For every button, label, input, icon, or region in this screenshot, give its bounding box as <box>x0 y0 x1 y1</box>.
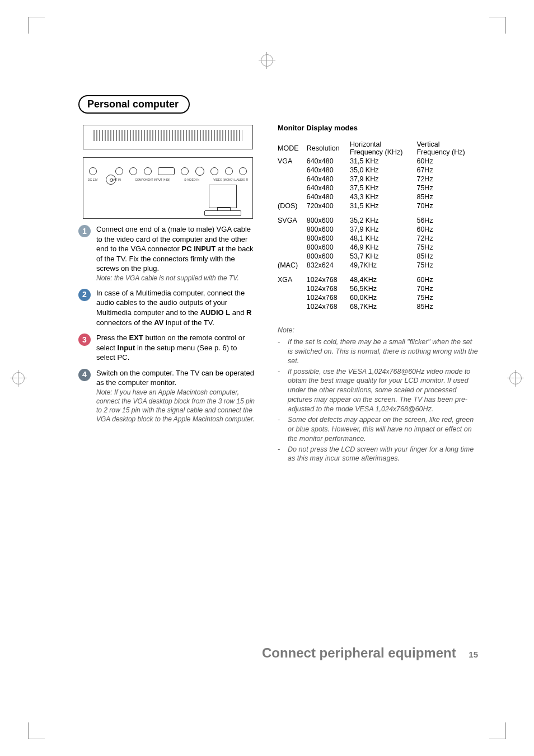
th-mode: MODE <box>278 140 307 157</box>
comp-label: COMPONENT INPUT (480i) <box>135 178 170 181</box>
step-body: Switch on the computer. The TV can be op… <box>96 368 257 424</box>
table-cell <box>278 192 307 201</box>
tv-back-diagram: DC 12V ANT IN COMPONENT INPUT (480i) S-V… <box>83 157 253 219</box>
table-cell: 85Hz <box>416 302 478 311</box>
dash-icon: - <box>278 445 283 464</box>
table-cell: 53,7 KHz <box>350 252 416 261</box>
table-cell: 48,1 KHz <box>350 234 416 243</box>
step-bold: Input <box>118 344 135 352</box>
step-body: Press the EXT button on the remote contr… <box>96 333 257 363</box>
table-cell: 85Hz <box>416 192 478 201</box>
table-cell: 720x400 <box>307 201 350 210</box>
dc-port-icon <box>89 167 97 175</box>
table-cell: 35,2 KHz <box>350 216 416 225</box>
modes-heading: Monitor Display modes <box>278 124 478 132</box>
table-cell <box>278 184 307 192</box>
step-badge: 4 <box>78 369 91 381</box>
table-cell: 37,5 KHz <box>350 184 416 192</box>
svideo-label: S-VIDEO IN <box>184 178 199 181</box>
step-badge: 3 <box>78 334 91 346</box>
table-row: 800x60048,1 KHz72Hz <box>278 234 478 243</box>
audio-r-port-icon <box>239 167 247 175</box>
step-badge: 2 <box>78 289 91 301</box>
hole-icon <box>181 167 189 175</box>
step: 3Press the EXT button on the remote cont… <box>78 333 257 363</box>
table-row: 800x60053,7 KHz85Hz <box>278 252 478 261</box>
table-cell: 60,0KHz <box>350 293 416 302</box>
step-text: and <box>230 308 246 317</box>
dash-icon: - <box>278 367 283 414</box>
table-header-row: MODEResolutionHorizontalFrequency (KHz)V… <box>278 140 478 157</box>
dash-icon: - <box>278 415 283 444</box>
table-row: 800x60037,9 KHz60Hz <box>278 225 478 234</box>
step-note: Note: If you have an Apple Macintosh com… <box>96 388 257 424</box>
step-bold: EXT <box>129 334 143 342</box>
dash-icon: - <box>278 337 283 366</box>
table-cell: 640x480 <box>307 157 350 166</box>
note-text: Do not press the LCD screen with your fi… <box>288 445 478 464</box>
table-cell <box>278 175 307 184</box>
table-cell: 60Hz <box>416 157 478 166</box>
note-item: -If the set is cold, there may be a smal… <box>278 337 478 366</box>
table-row: 640x48037,5 KHz75Hz <box>278 184 478 192</box>
table-row: 640x48037,9 KHz72Hz <box>278 175 478 184</box>
table-row: XGA1024x76848,4KHz60Hz <box>278 275 478 284</box>
step-bold: PC INPUT <box>182 245 216 253</box>
table-row: 1024x76868,7KHz85Hz <box>278 302 478 311</box>
video-port-icon <box>210 167 218 175</box>
table-cell: 37,9 KHz <box>350 225 416 234</box>
note-item: -If possible, use the VESA 1,024x768@60H… <box>278 367 478 414</box>
pr-port-icon <box>144 167 152 175</box>
y-port-icon <box>115 167 123 175</box>
table-cell: 70Hz <box>416 201 478 210</box>
table-cell: 43,3 KHz <box>350 192 416 201</box>
table-cell: 1024x768 <box>307 284 350 293</box>
step-body: In case of a Multimedia computer, connec… <box>96 288 257 327</box>
audio-l-port-icon <box>225 167 233 175</box>
step-text: connectors of the <box>96 318 154 327</box>
table-cell: (DOS) <box>278 201 307 210</box>
table-cell <box>278 252 307 261</box>
table-row: (MAC)832x62449,7KHz75Hz <box>278 261 478 270</box>
table-cell: 800x600 <box>307 252 350 261</box>
keyboard-icon <box>204 210 241 216</box>
ant-label: ANT IN <box>112 178 121 181</box>
table-cell: 1024x768 <box>307 275 350 284</box>
table-cell: 640x480 <box>307 192 350 201</box>
table-cell: 640x480 <box>307 175 350 184</box>
svideo-port-icon <box>195 167 204 176</box>
table-cell: 56,5KHz <box>350 284 416 293</box>
table-cell: 75Hz <box>416 243 478 252</box>
table-cell <box>278 166 307 175</box>
table-row: 1024x76860,0KHz75Hz <box>278 293 478 302</box>
th-hfreq: HorizontalFrequency (KHz) <box>350 140 416 157</box>
step-text: input of the TV. <box>163 318 214 327</box>
table-cell: 31,5 KHz <box>350 201 416 210</box>
footer-title: Connect peripheral equipment <box>262 645 456 660</box>
table-cell <box>278 243 307 252</box>
table-cell: SVGA <box>278 216 307 225</box>
table-row: (DOS)720x40031,5 KHz70Hz <box>278 201 478 210</box>
monitor-icon <box>209 185 237 208</box>
table-cell: XGA <box>278 275 307 284</box>
vga-port-icon <box>158 167 175 175</box>
step-bold: R <box>246 308 251 317</box>
table-cell: 60Hz <box>416 225 478 234</box>
table-row: 640x48043,3 KHz85Hz <box>278 192 478 201</box>
note-item: -Do not press the LCD screen with your f… <box>278 445 478 464</box>
page-footer: Connect peripheral equipment 15 <box>0 645 534 661</box>
table-row: 640x48035,0 KHz67Hz <box>278 166 478 175</box>
pb-port-icon <box>129 167 137 175</box>
note-text: Some dot defects may appear on the scree… <box>288 415 478 444</box>
section-header: Personal computer <box>78 95 478 114</box>
step-text: Switch on the computer. The TV can be op… <box>96 369 254 387</box>
table-row: 1024x76856,5KHz70Hz <box>278 284 478 293</box>
table-cell: 49,7KHz <box>350 261 416 270</box>
th-res: Resolution <box>307 140 350 157</box>
table-cell: 68,7KHz <box>350 302 416 311</box>
step-body: Connect one end of a (male to male) VGA … <box>96 224 257 283</box>
step: 2In case of a Multimedia computer, conne… <box>78 288 257 327</box>
table-cell: 35,0 KHz <box>350 166 416 175</box>
table-cell <box>278 302 307 311</box>
table-row: 800x60046,9 KHz75Hz <box>278 243 478 252</box>
